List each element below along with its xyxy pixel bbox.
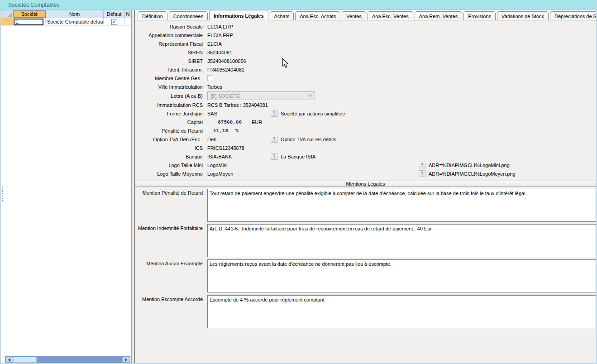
tab-informations-legales[interactable]: Informations Légales xyxy=(209,10,268,20)
arrow-left-icon xyxy=(8,358,10,362)
tab-provisions[interactable]: Provisions xyxy=(463,11,496,20)
tab-ana-rem-ventes[interactable]: Ana.Rem. Ventes xyxy=(415,11,463,20)
companies-panel: Société Nom Défaut N E Société Comptable… xyxy=(1,10,131,364)
field-label-intracom: Ident. Intracom. xyxy=(135,67,207,72)
tab-strip: Définition Coordonnées Informations Léga… xyxy=(135,10,596,20)
panel-splitter[interactable] xyxy=(131,10,135,364)
field-label-banque: Banque xyxy=(135,154,207,159)
field-value-logo-mini[interactable]: LogoMini xyxy=(207,163,271,168)
companies-table: Société Nom Défaut N E Société Comptable… xyxy=(1,10,131,26)
tab-variations-stock[interactable]: Variations de Stock xyxy=(497,11,549,20)
help-icon[interactable]: ? xyxy=(271,110,277,117)
column-header-nom[interactable]: Nom xyxy=(46,10,104,18)
field-label-penalite: Pénalité de Retard xyxy=(135,128,207,134)
field-label-tva: Option TVA Deb./Enc . xyxy=(135,137,207,142)
field-label-raison-sociale: Raison Sociale xyxy=(135,24,207,29)
cell-partial[interactable] xyxy=(125,18,131,25)
forme-help-text: Société par actions simplifiée xyxy=(281,111,345,116)
field-value-appellation[interactable]: ELCIA ERP xyxy=(207,33,233,38)
table-row[interactable]: E Société Comptable défaut ✓ xyxy=(1,18,131,26)
field-value-rcs[interactable]: RCS B Tarbes : 352404081 xyxy=(207,102,268,108)
splitter-grip[interactable] xyxy=(1,187,4,202)
tab-achats[interactable]: Achats xyxy=(270,11,294,20)
field-label-lettre: Lettre (A ou B) xyxy=(135,93,207,99)
penalite-unit: % xyxy=(235,128,239,134)
scrollbar-thumb[interactable] xyxy=(13,357,37,363)
scrollbar-track[interactable] xyxy=(37,357,122,363)
lettre-dropdown[interactable]: [B] SOCIÉTÉ xyxy=(207,91,315,100)
mention-label-escompte-accorde: Mention Escompte Accordé xyxy=(135,295,207,302)
mention-penalite-textarea[interactable]: Tout retard de paiement engendre une pén… xyxy=(207,189,596,222)
field-label-forme: Forme Juridique xyxy=(135,111,207,116)
help-icon[interactable]: ? xyxy=(271,153,277,160)
column-header-societe[interactable]: Société xyxy=(13,10,46,18)
tab-ana-esc-ventes[interactable]: Ana.Esc. Ventes xyxy=(368,11,413,20)
cell-societe[interactable]: E xyxy=(13,18,46,25)
field-label-capital: Capital xyxy=(135,120,207,125)
field-value-forme[interactable]: SAS xyxy=(207,111,271,116)
help-icon[interactable]: ? xyxy=(419,170,425,177)
field-value-intracom[interactable]: FR40352404081 xyxy=(207,67,244,72)
column-header-partial[interactable]: N xyxy=(125,10,131,18)
field-label-siret: SIRET xyxy=(135,58,207,64)
defaut-checkbox[interactable]: ✓ xyxy=(111,19,117,25)
mention-label-penalite: Mention Pénalité de Retard xyxy=(135,189,207,196)
scroll-left-button[interactable] xyxy=(5,357,13,363)
lettre-dropdown-value: [B] SOCIÉTÉ xyxy=(210,93,309,99)
banque-help-text: La Banque ISIA xyxy=(281,154,315,159)
field-label-representant: Représentant Fiscal xyxy=(135,41,207,47)
tab-ana-esc-achats[interactable]: Ana.Esc. Achats xyxy=(295,11,340,20)
logo-moyen-adr-text: ADR=%DIAPIMGCLI%LogoMoyen.png xyxy=(429,171,516,177)
field-label-membre: Membre Centre Ges . xyxy=(135,76,207,81)
field-value-logo-moyen[interactable]: LogoMoyen xyxy=(207,171,271,177)
field-label-appellation: Appellation commerciale xyxy=(135,33,207,38)
chevron-down-icon xyxy=(308,93,313,97)
mention-escompte-accorde-textarea[interactable]: Escompte de 4 % accordé pour règlement c… xyxy=(207,295,596,328)
capital-unit: EUR xyxy=(252,120,262,125)
mention-label-indemnite: Mention Indemnité Forfaitaire xyxy=(135,224,207,231)
field-value-representant[interactable]: ELCIA xyxy=(207,41,222,47)
scroll-right-button[interactable] xyxy=(122,357,130,363)
companies-table-header: Société Nom Défaut N xyxy=(1,10,131,18)
field-value-banque[interactable]: ISIA-BANK xyxy=(207,154,271,159)
field-value-ville[interactable]: Tarbes xyxy=(207,84,222,90)
tva-help-text: Option TVA sur les débits xyxy=(281,137,336,142)
panel-title-band: Sociétés Comptables xyxy=(1,0,596,10)
logo-mini-adr-text: ADR=%DIAPIMGCLI%LogoMini.png xyxy=(429,163,510,168)
societe-edit-input[interactable]: E xyxy=(14,19,43,25)
table-corner-cell[interactable] xyxy=(1,10,13,18)
field-value-tva[interactable]: Deb xyxy=(207,137,271,142)
arrow-right-icon xyxy=(125,358,127,362)
mention-label-aucun-escompte: Mention Aucun Escompte xyxy=(135,259,207,266)
field-value-siret[interactable]: 35240408100056 xyxy=(207,58,246,64)
tab-ventes[interactable]: Ventes xyxy=(342,11,366,20)
field-value-raison-sociale[interactable]: ELCIA ERP xyxy=(207,24,233,29)
mention-indemnite-textarea[interactable]: Art. D. 441-5. Indemnité forfaitaire pou… xyxy=(207,224,596,257)
membre-centre-checkbox[interactable] xyxy=(207,75,213,81)
mentions-legales-header: Mentions Légales xyxy=(135,181,596,187)
help-icon[interactable]: ? xyxy=(419,162,425,168)
mention-aucun-escompte-textarea[interactable]: Les réglements reçus avant la date d'éch… xyxy=(207,259,596,292)
tab-page-informations-legales: Raison SocialeELCIA ERP Appellation comm… xyxy=(135,20,596,364)
tab-definition[interactable]: Définition xyxy=(138,11,167,20)
field-label-logo-moyen: Logo Taille Moyenne xyxy=(135,171,207,177)
main-area: Définition Coordonnées Informations Léga… xyxy=(135,10,596,364)
app-window: Sociétés Comptables Société Nom Défaut N… xyxy=(0,0,597,364)
field-label-siren: SIREN xyxy=(135,50,207,55)
field-value-penalite[interactable]: 11,13 xyxy=(207,128,228,134)
field-label-ville: Ville Immatriculation xyxy=(135,84,207,90)
cell-defaut[interactable]: ✓ xyxy=(104,18,125,25)
cell-nom[interactable]: Société Comptable défaut xyxy=(46,18,104,25)
panel-title: Sociétés Comptables xyxy=(8,2,59,8)
tab-coordonnees[interactable]: Coordonnées xyxy=(169,11,208,20)
horizontal-scrollbar[interactable] xyxy=(5,356,130,363)
field-label-ics: ICS xyxy=(135,145,207,151)
row-indicator-cell[interactable] xyxy=(1,18,13,25)
field-value-ics[interactable]: FRICS12345678 xyxy=(207,145,244,151)
tab-depreciations-stocks[interactable]: Dépréciations de Stocks xyxy=(550,11,597,20)
field-label-rcs: Immatriculation RCS xyxy=(135,102,207,108)
column-header-defaut[interactable]: Défaut xyxy=(104,10,125,18)
field-value-capital[interactable]: 87500,00 xyxy=(207,120,242,125)
help-icon[interactable]: ? xyxy=(271,136,277,143)
field-value-siren[interactable]: 352404081 xyxy=(207,50,232,55)
